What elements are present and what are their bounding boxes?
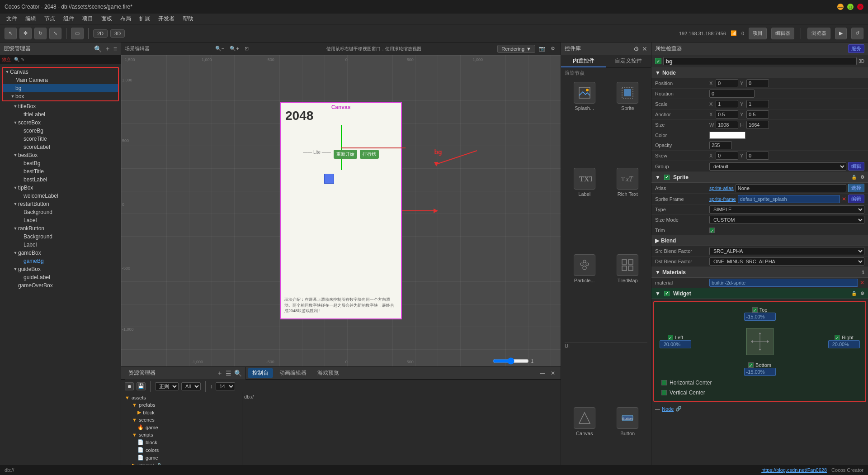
left-value-input[interactable] [660,340,691,348]
h-item-guidelabel[interactable]: guideLabel [0,273,121,281]
h-item-box[interactable]: ▼ box [3,92,118,100]
node-name-input[interactable] [663,57,857,65]
h-item-titlelabel[interactable]: titleLabel [0,110,121,119]
sprite-section-header[interactable]: ▼ ✓ Sprite 🔒 ⚙ [651,172,868,183]
toolbar-rotate-btn[interactable]: ↻ [34,28,47,39]
controls-settings-btn[interactable]: ⚙ [633,45,639,52]
refresh-btn[interactable]: ↺ [851,28,863,39]
hierarchy-search-icon[interactable]: 🔍 [94,45,102,52]
right-checkbox[interactable]: ✓ [835,335,840,340]
tab-console[interactable]: 控制台 [248,368,273,378]
group-edit-btn[interactable]: 编辑 [848,162,864,171]
asset-search-btn[interactable]: 🔍 [234,370,242,377]
sprite-settings-icon[interactable]: ⚙ [860,175,864,180]
left-checkbox[interactable]: ✓ [668,335,673,340]
toolbar-scale-btn[interactable]: ⤡ [49,28,61,39]
asset-item-prefabs[interactable]: ▼ prefabs [123,401,240,408]
h-item-gamebox[interactable]: ▼ gameBox [0,249,121,257]
anim-filter-select[interactable]: All [181,382,201,390]
menu-file[interactable]: 文件 [3,14,21,24]
position-x-input[interactable] [716,79,738,87]
h-item-scoretitle[interactable]: scoreTitle [0,135,121,143]
material-input[interactable] [709,279,858,287]
widget-settings-icon[interactable]: ⚙ [860,291,864,296]
node-link2[interactable]: 🔗 [675,406,682,412]
h-item-rankbutton[interactable]: ▼ rankButton [0,224,121,233]
ctrl-richtext[interactable]: T xT Rich Text [608,168,648,250]
panel-minimize-btn[interactable]: — [538,370,547,376]
node-section-header[interactable]: ▼ Node [651,67,868,78]
sprite-frame-clear-btn[interactable]: ✕ [842,196,846,202]
size-w-input[interactable] [716,121,738,129]
h-item-besttitle[interactable]: bestTitle [0,167,121,176]
anchor-x-input[interactable] [716,110,738,119]
h-item-bg[interactable]: bg [3,84,118,92]
menu-panel[interactable]: 面板 [98,14,116,24]
h-center-checkbox[interactable] [661,380,667,385]
scene-settings-btn[interactable]: ⚙ [549,45,557,52]
blend-section-header[interactable]: ▶ Blend [651,235,868,246]
type-select[interactable]: SIMPLE [709,205,864,214]
src-blend-select[interactable]: SRC_ALPHA [709,247,864,255]
anim-mode-select[interactable]: 正则 [155,382,179,390]
sprite-frame-edit-btn[interactable]: 编辑 [848,195,864,203]
sprite-frame-input[interactable] [738,195,840,203]
menu-extend[interactable]: 扩展 [136,14,154,24]
anim-record-btn[interactable]: ⏺ [125,382,134,390]
sprite-enabled-checkbox[interactable]: ✓ [664,175,670,180]
tab-builtin[interactable]: 内置控件 [561,55,606,67]
size-mode-select[interactable]: CUSTOM [709,216,864,224]
tab-custom[interactable]: 自定义控件 [606,55,651,67]
maximize-btn[interactable]: □ [847,4,854,10]
widget-enabled-checkbox[interactable]: ✓ [664,291,670,296]
position-y-input[interactable] [746,79,769,87]
skew-x-input[interactable] [716,152,738,160]
h-item-label-restart[interactable]: Label [0,216,121,224]
menu-edit[interactable]: 编辑 [22,14,40,24]
tab-preview[interactable]: 游戏预览 [313,368,344,378]
bottom-value-input[interactable] [744,368,776,376]
sprite-frame-link[interactable]: sprite-frame [709,196,736,202]
material-clear-btn[interactable]: ✕ [860,280,864,286]
scene-view[interactable]: -1,500 -1,000 -500 0 500 1,000 1,000 500… [121,55,561,366]
h-item-label-rank[interactable]: Label [0,241,121,249]
preview-btn[interactable]: 浏览器 [807,28,830,39]
zoom-out-btn[interactable]: 🔍− [213,45,226,52]
hierarchy-menu-btn[interactable]: ≡ [113,45,117,52]
controls-close-btn[interactable]: ✕ [642,45,647,52]
ctrl-label[interactable]: TXT Label [565,168,604,250]
h-item-main-camera[interactable]: Main Camera [3,76,118,84]
h-item-restartbutton[interactable]: ▼ restartButton [0,200,121,208]
h-item-scorelabel[interactable]: scoreLabel [0,143,121,151]
group-select[interactable]: default [709,162,846,171]
h-item-bestbg[interactable]: bestBg [0,159,121,167]
menu-help[interactable]: 帮助 [179,14,197,24]
asset-item-block-prefab[interactable]: ▶ block [123,408,240,416]
toolbar-move-btn[interactable]: ✥ [19,28,32,39]
h-item-bg-restart[interactable]: Background [0,208,121,216]
scale-x-input[interactable] [716,100,738,108]
h-item-gamebg[interactable]: gameBg [0,257,121,265]
asset-item-colors[interactable]: 📄 colors [123,446,240,454]
h-item-gameoverbox[interactable]: gameOverBox [0,281,121,290]
toolbar-rect-btn[interactable]: ▭ [71,28,84,39]
h-item-guidebox[interactable]: ▼ guideBox [0,265,121,273]
menu-node[interactable]: 节点 [41,14,59,24]
top-checkbox[interactable]: ✓ [752,307,758,313]
v-center-checkbox[interactable] [661,390,667,395]
menu-project[interactable]: 项目 [79,14,97,24]
close-btn[interactable]: ✕ [857,4,863,10]
asset-item-game-script[interactable]: 📄 game [123,454,240,461]
asset-item-block-script[interactable]: 📄 block [123,438,240,446]
dst-blend-select[interactable]: ONE_MINUS_SRC_ALPHA [709,257,864,266]
minimize-btn[interactable]: — [837,4,844,10]
hierarchy-add-btn[interactable]: ＋ [104,45,111,53]
mode-3d-btn[interactable]: 3D [110,29,125,38]
anim-size-select[interactable]: 14 [216,382,235,390]
ctrl-splash[interactable]: Splash... [565,82,604,164]
h-item-welcomelabel[interactable]: welcomeLabel [0,192,121,200]
bottom-checkbox[interactable]: ✓ [748,362,754,368]
panel-close-btn[interactable]: ✕ [549,370,557,376]
h-item-bestlabel[interactable]: bestLabel [0,176,121,184]
rotation-input[interactable] [709,90,755,98]
